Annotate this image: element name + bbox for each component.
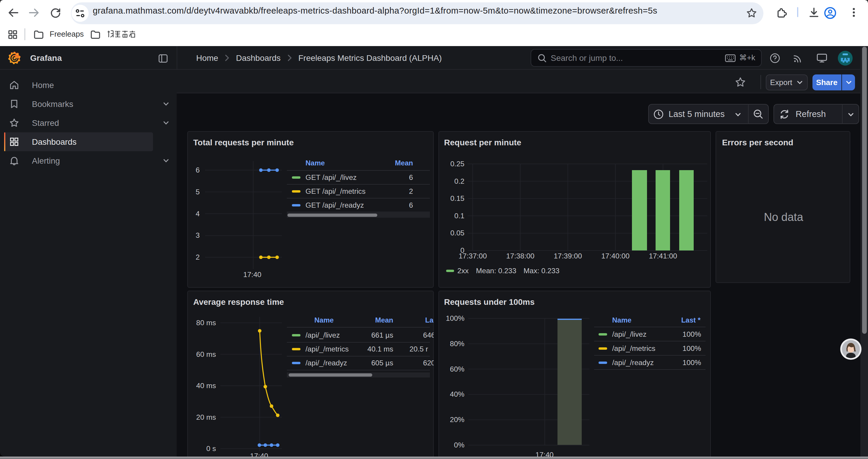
svg-text:Las: Las: [425, 316, 433, 324]
svg-text:Mean: Mean: [375, 316, 393, 324]
svg-text:605 µs: 605 µs: [371, 359, 393, 366]
svg-text:GET /api/_/livez: GET /api/_/livez: [305, 173, 356, 182]
svg-text:40.1 ms: 40.1 ms: [367, 345, 393, 353]
svg-text:60%: 60%: [450, 365, 464, 373]
svg-text:17:40: 17:40: [243, 270, 261, 278]
svg-text:80 ms: 80 ms: [196, 319, 216, 326]
svg-text:6: 6: [409, 173, 413, 182]
svg-text:/api/_/livez: /api/_/livez: [612, 330, 646, 338]
svg-text:Name: Name: [612, 316, 631, 324]
svg-text:20.5 r: 20.5 r: [409, 345, 428, 353]
svg-text:/api/_/metrics: /api/_/metrics: [612, 344, 655, 352]
svg-text:620: 620: [423, 359, 433, 366]
svg-text:0.25: 0.25: [450, 160, 464, 168]
svg-text:Name: Name: [305, 159, 324, 167]
svg-text:100%: 100%: [682, 344, 701, 352]
svg-text:17:39:00: 17:39:00: [553, 252, 582, 260]
svg-text:100%: 100%: [445, 314, 464, 322]
svg-text:661 µs: 661 µs: [371, 331, 393, 339]
svg-text:20 ms: 20 ms: [196, 413, 216, 421]
svg-text:5: 5: [195, 188, 199, 196]
svg-text:40 ms: 40 ms: [196, 381, 216, 389]
svg-text:17:41:00: 17:41:00: [649, 252, 677, 260]
svg-text:17:37:00: 17:37:00: [458, 252, 487, 260]
svg-text:GET /api/_/readyz: GET /api/_/readyz: [305, 201, 364, 209]
svg-text:GET /api/_/metrics: GET /api/_/metrics: [305, 187, 365, 195]
svg-text:0.15: 0.15: [450, 194, 464, 202]
svg-text:0.05: 0.05: [450, 229, 464, 237]
svg-text:Last *: Last *: [681, 316, 701, 324]
svg-text:/api/_/readyz: /api/_/readyz: [612, 358, 653, 366]
svg-text:/api/_/livez: /api/_/livez: [305, 331, 339, 339]
svg-text:646: 646: [423, 331, 433, 339]
svg-text:0 s: 0 s: [206, 444, 216, 452]
svg-text:0.2: 0.2: [454, 177, 464, 185]
svg-text:60 ms: 60 ms: [196, 350, 216, 358]
svg-text:4: 4: [195, 210, 199, 218]
svg-text:2xx: 2xx: [457, 267, 469, 275]
svg-text:17:40:00: 17:40:00: [601, 252, 629, 260]
svg-text:100%: 100%: [682, 330, 701, 338]
svg-text:Mean: 0.233: Mean: 0.233: [476, 267, 516, 275]
svg-text:Mean: Mean: [395, 159, 413, 167]
svg-text:Max: 0.233: Max: 0.233: [523, 267, 559, 275]
svg-text:17:38:00: 17:38:00: [506, 252, 534, 260]
svg-text:40%: 40%: [450, 390, 464, 398]
svg-text:2: 2: [409, 187, 413, 195]
svg-text:3: 3: [195, 231, 199, 239]
svg-text:20%: 20%: [450, 415, 464, 423]
svg-text:6: 6: [195, 166, 199, 174]
svg-text:6: 6: [409, 201, 413, 209]
svg-text:0%: 0%: [454, 441, 464, 449]
svg-text:2: 2: [195, 253, 199, 261]
svg-text:/api/_/metrics: /api/_/metrics: [305, 345, 348, 353]
svg-text:100%: 100%: [682, 358, 701, 366]
svg-text:0.1: 0.1: [454, 212, 464, 220]
svg-text:80%: 80%: [450, 339, 464, 347]
svg-text:/api/_/readyz: /api/_/readyz: [305, 359, 347, 366]
svg-text:Name: Name: [314, 316, 333, 324]
